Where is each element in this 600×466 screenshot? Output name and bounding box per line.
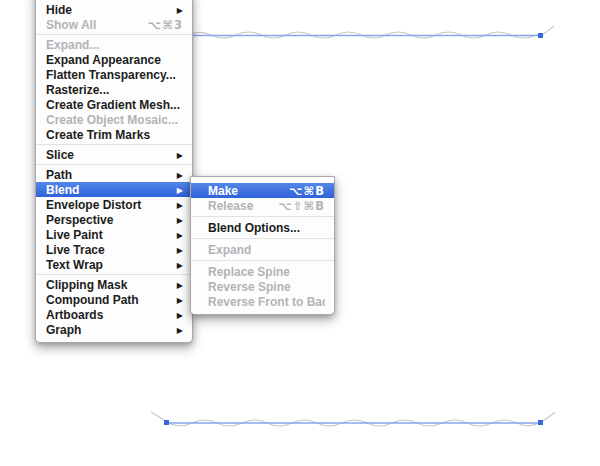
submenu-arrow-icon: ▶ [177,281,183,290]
submenu-arrow-icon: ▶ [177,231,183,240]
shortcut-label: ⌥⇧⌘B [279,199,325,213]
submenu-arrow-icon: ▶ [177,171,183,180]
menu-item-label: Create Gradient Mesh... [46,98,183,112]
anchor-point[interactable] [164,420,169,425]
menu-item-blend-options[interactable]: Blend Options... [191,220,334,235]
menu-item-label: Expand Appearance [46,53,183,67]
menu-item-graph[interactable]: Graph ▶ [36,322,192,337]
menu-item-label: Envelope Distort [46,198,169,212]
menu-item-label: Show All [46,18,140,32]
blend-submenu: Make ⌥⌘B Release ⌥⇧⌘B Blend Options... E… [190,176,335,315]
bottom-wavy-path[interactable] [151,412,555,426]
submenu-arrow-icon: ▶ [177,6,183,15]
menu-separator [36,164,192,165]
menu-item-create-gradient-mesh[interactable]: Create Gradient Mesh... [36,97,192,112]
anchor-point[interactable] [538,420,543,425]
submenu-arrow-icon: ▶ [177,216,183,225]
submenu-arrow-icon: ▶ [177,246,183,255]
menu-item-label: Expand [208,243,325,257]
submenu-arrow-icon: ▶ [177,326,183,335]
menu-item-slice[interactable]: Slice ▶ [36,147,192,162]
menu-item-live-trace[interactable]: Live Trace ▶ [36,242,192,257]
menu-item-label: Blend [46,183,169,197]
menu-item-label: Text Wrap [46,258,169,272]
menu-item-label: Graph [46,323,169,337]
menu-item-make[interactable]: Make ⌥⌘B [191,183,334,198]
shortcut-label: ⌥⌘B [289,184,325,198]
menu-separator [36,34,192,35]
menu-separator [36,144,192,145]
menu-item-create-object-mosaic: Create Object Mosaic... [36,112,192,127]
menu-item-label: Release [208,199,271,213]
menu-item-label: Create Object Mosaic... [46,113,183,127]
menu-item-envelope-distort[interactable]: Envelope Distort ▶ [36,197,192,212]
menu-item-hide[interactable]: Hide ▶ [36,2,192,17]
menu-item-label: Replace Spine [208,265,325,279]
object-menu: Hide ▶ Show All ⌥⌘3 Expand... Expand App… [35,0,193,343]
menu-item-rasterize[interactable]: Rasterize... [36,82,192,97]
menu-separator [36,274,192,275]
menu-item-label: Hide [46,3,169,17]
menu-item-release: Release ⌥⇧⌘B [191,198,334,213]
menu-item-label: Perspective [46,213,169,227]
menu-item-path[interactable]: Path ▶ [36,167,192,182]
menu-item-label: Compound Path [46,293,169,307]
menu-item-label: Live Paint [46,228,169,242]
menu-item-compound-path[interactable]: Compound Path ▶ [36,292,192,307]
menu-item-label: Expand... [46,38,183,52]
menu-item-reverse-front-to-back: Reverse Front to Back [191,294,334,309]
submenu-arrow-icon: ▶ [177,311,183,320]
menu-item-label: Flatten Transparency... [46,68,183,82]
menu-separator [191,260,334,261]
menu-item-clipping-mask[interactable]: Clipping Mask ▶ [36,277,192,292]
menu-item-label: Reverse Front to Back [208,295,325,309]
menu-item-text-wrap[interactable]: Text Wrap ▶ [36,257,192,272]
menu-item-label: Slice [46,148,169,162]
menu-separator [191,216,334,217]
top-wavy-path[interactable] [186,26,554,38]
menu-item-label: Live Trace [46,243,169,257]
submenu-arrow-icon: ▶ [177,261,183,270]
submenu-arrow-icon: ▶ [177,186,183,195]
menu-item-blend[interactable]: Blend ▶ [36,182,192,197]
menu-separator [191,238,334,239]
menu-item-expand-appearance[interactable]: Expand Appearance [36,52,192,67]
menu-item-artboards[interactable]: Artboards ▶ [36,307,192,322]
menu-item-label: Reverse Spine [208,280,325,294]
menu-item-expand-blend: Expand [191,242,334,257]
menu-item-flatten-transparency[interactable]: Flatten Transparency... [36,67,192,82]
submenu-arrow-icon: ▶ [177,296,183,305]
menu-item-expand: Expand... [36,37,192,52]
menu-item-live-paint[interactable]: Live Paint ▶ [36,227,192,242]
illustrator-canvas: Hide ▶ Show All ⌥⌘3 Expand... Expand App… [0,0,600,466]
menu-item-label: Make [208,184,281,198]
menu-item-label: Artboards [46,308,169,322]
shortcut-label: ⌥⌘3 [148,18,183,32]
menu-item-label: Create Trim Marks [46,128,183,142]
menu-item-show-all: Show All ⌥⌘3 [36,17,192,32]
menu-item-replace-spine: Replace Spine [191,264,334,279]
menu-item-label: Path [46,168,169,182]
menu-item-reverse-spine: Reverse Spine [191,279,334,294]
bottom-wave-outline [151,412,555,426]
submenu-arrow-icon: ▶ [177,201,183,210]
menu-item-label: Clipping Mask [46,278,169,292]
menu-item-label: Rasterize... [46,83,183,97]
anchor-point[interactable] [538,33,543,38]
menu-item-perspective[interactable]: Perspective ▶ [36,212,192,227]
menu-item-label: Blend Options... [208,221,325,235]
submenu-arrow-icon: ▶ [177,151,183,160]
menu-item-create-trim-marks[interactable]: Create Trim Marks [36,127,192,142]
